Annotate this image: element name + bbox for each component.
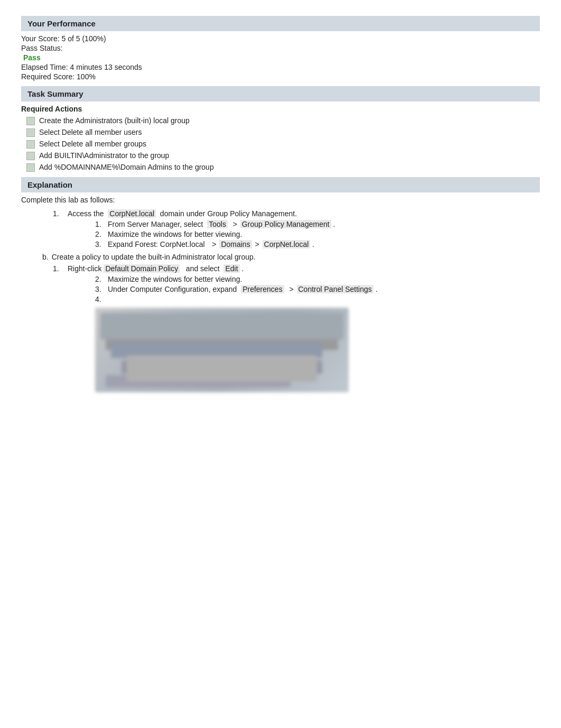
performance-section-header: Your Performance: [21, 16, 540, 31]
ddp-highlight: Default Domain Policy: [104, 264, 180, 273]
edit-highlight: Edit: [223, 264, 239, 273]
domains-highlight: Domains: [219, 240, 251, 248]
step-line-1: 1. Access the CorpNet.local domain under…: [53, 209, 540, 218]
step-num-1: 1.: [53, 209, 66, 218]
score-line: Your Score: 5 of 5 (100%): [21, 34, 540, 43]
task-label-2: Select Delete all member users: [39, 128, 142, 136]
task-item: Add BUILTIN\Administrator to the group: [26, 151, 540, 160]
performance-block: Your Score: 5 of 5 (100%) Pass Status: P…: [21, 34, 540, 81]
outer-step-1: 1. Access the CorpNet.local domain under…: [21, 209, 540, 248]
task-item: Add %DOMAINNAME%\Domain Admins to the gr…: [26, 163, 540, 172]
cps-highlight: Control Panel Settings: [297, 285, 373, 293]
inner-step-1-3: 3. Expand Forest: CorpNet.local > Domain…: [95, 240, 540, 248]
task-checkbox-2: [26, 128, 35, 137]
inner-step-1-1: 1. From Server Manager, select Tools > G…: [95, 220, 540, 228]
corpnet-highlight: CorpNet.local: [108, 209, 156, 218]
inner-text-1-3: Expand Forest: CorpNet.local > Domains >…: [108, 240, 314, 248]
gpm-highlight: Group Policy Management: [240, 220, 331, 228]
inner-text-1-1: From Server Manager, select Tools > Grou…: [108, 220, 335, 228]
elapsed-time-line: Elapsed Time: 4 minutes 13 seconds: [21, 63, 540, 71]
step-text-2: Right-click Default Domain Policy and se…: [68, 264, 244, 273]
pass-status-value: Pass: [21, 53, 540, 62]
inner-step-2-2: 2. Maximize the windows for better viewi…: [95, 275, 540, 283]
explanation-section-header: Explanation: [21, 177, 540, 192]
task-checkbox-5: [26, 163, 35, 172]
blurred-screenshot: [95, 308, 349, 392]
required-actions-title: Required Actions: [21, 105, 540, 113]
explanation-block: Complete this lab as follows: 1. Access …: [21, 196, 540, 392]
task-item: Select Delete all member groups: [26, 140, 540, 149]
inner-num-1-2: 2.: [95, 230, 105, 238]
inner-num-1-3: 3.: [95, 240, 105, 248]
inner-step-2-3: 3. Under Computer Configuration, expand …: [95, 285, 540, 293]
step-text-1: Access the CorpNet.local domain under Gr…: [68, 209, 297, 218]
explanation-intro: Complete this lab as follows:: [21, 196, 540, 204]
inner-step-2-4: 4.: [95, 295, 540, 303]
task-checkbox-3: [26, 140, 35, 149]
inner-num-2-4: 4.: [95, 295, 105, 303]
inner-list-1: 1. From Server Manager, select Tools > G…: [53, 220, 540, 248]
step-line-2: 1. Right-click Default Domain Policy and…: [53, 264, 540, 273]
tools-highlight: Tools: [207, 220, 228, 228]
pass-status-line: Pass Status:: [21, 44, 540, 52]
task-checkbox-1: [26, 117, 35, 125]
task-label-4: Add BUILTIN\Administrator to the group: [39, 151, 169, 160]
sub-b-label: b.: [42, 253, 49, 261]
task-item: Select Delete all member users: [26, 128, 540, 137]
task-label-3: Select Delete all member groups: [39, 140, 146, 148]
inner-num-2-3: 3.: [95, 285, 105, 293]
task-label-1: Create the Administrators (built-in) loc…: [39, 116, 190, 125]
inner-text-1-2: Maximize the windows for better viewing.: [108, 230, 242, 238]
task-summary-section-header: Task Summary: [21, 86, 540, 102]
inner-text-2-2: Maximize the windows for better viewing.: [108, 275, 242, 283]
task-label-5: Add %DOMAINNAME%\Domain Admins to the gr…: [39, 163, 214, 171]
prefs-highlight: Preferences: [241, 285, 284, 293]
inner-num-1-1: 1.: [95, 220, 105, 228]
sub-step-b: b. Create a policy to update the built-i…: [21, 253, 540, 261]
inner-num-2-2: 2.: [95, 275, 105, 283]
task-checkbox-4: [26, 152, 35, 160]
inner-list-2: 2. Maximize the windows for better viewi…: [53, 275, 540, 303]
sub-b-text: Create a policy to update the built-in A…: [52, 253, 256, 261]
pass-status-label: Pass Status:: [21, 44, 63, 52]
required-score-line: Required Score: 100%: [21, 72, 540, 81]
corpnet2-highlight: CorpNet.local: [263, 240, 311, 248]
step-num-2: 1.: [53, 264, 66, 273]
task-block: Required Actions Create the Administrato…: [21, 105, 540, 172]
inner-step-1-2: 2. Maximize the windows for better viewi…: [95, 230, 540, 238]
inner-text-2-3: Under Computer Configuration, expand Pre…: [108, 285, 378, 293]
outer-step-2: 1. Right-click Default Domain Policy and…: [21, 264, 540, 392]
task-item: Create the Administrators (built-in) loc…: [26, 116, 540, 125]
